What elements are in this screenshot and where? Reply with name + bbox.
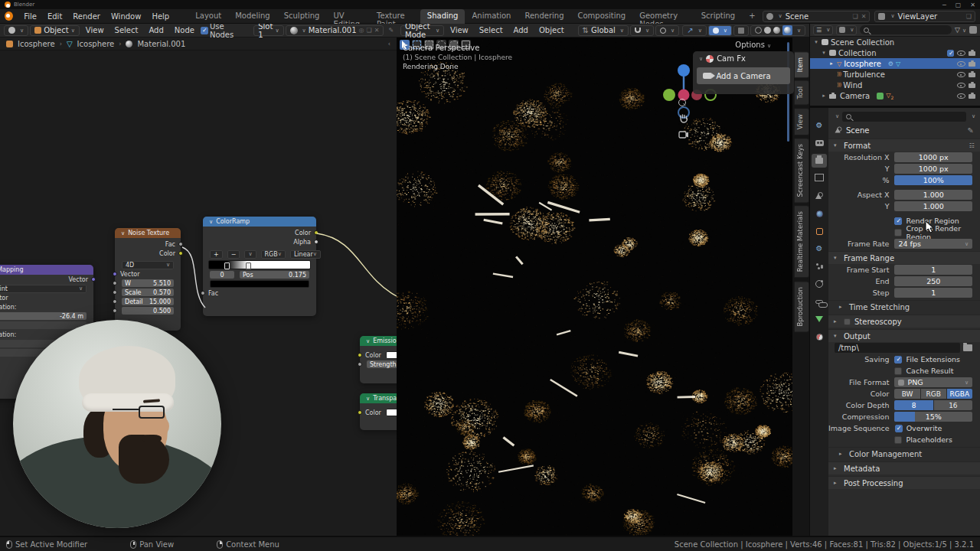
resolution-percent-field[interactable]: 100% (894, 175, 972, 185)
tab-sculpting[interactable]: Sculpting (277, 9, 327, 24)
ramp-handle-0[interactable] (224, 262, 230, 269)
noise-w-field[interactable]: W5.510 (122, 279, 174, 287)
ramp-colormode-dropdown[interactable]: RGB∨ (261, 250, 286, 259)
tab-scripting[interactable]: Scripting (694, 9, 742, 24)
node-transparent[interactable]: ∨Transparent Color (360, 393, 397, 430)
ramp-remove-stop-button[interactable]: − (227, 250, 240, 259)
tab-geometry-nodes[interactable]: Geometry Nodes (632, 9, 694, 24)
ramp-interpolation-dropdown[interactable]: Linear∨ (290, 250, 321, 259)
ramp-color-output-socket[interactable] (314, 230, 318, 235)
pan-hand-icon[interactable] (678, 113, 688, 123)
cache-result-checkbox[interactable] (894, 367, 902, 375)
presets-icon[interactable]: ☷ (969, 142, 975, 149)
resolution-x-field[interactable]: 1000 px (894, 152, 972, 162)
section-format[interactable]: ▾Format☷ (828, 139, 980, 152)
panel-collapse-icon[interactable]: ∨ (699, 56, 703, 62)
ramp-index-field[interactable]: 0 (210, 271, 234, 279)
tab-scene-icon[interactable] (812, 189, 827, 203)
menu-file[interactable]: File (18, 12, 42, 21)
ramp-pos-field[interactable]: Pos0.175 (240, 271, 309, 279)
tab-layout[interactable]: Layout (188, 9, 228, 24)
tab-render-icon[interactable] (812, 136, 827, 150)
frame-start-field[interactable]: 1 (894, 265, 972, 275)
tab-animation[interactable]: Animation (465, 9, 518, 24)
minimize-button[interactable]: ─ (942, 2, 946, 8)
output-path-field[interactable]: /tmp\ (835, 343, 960, 353)
outliner-search[interactable] (860, 25, 952, 34)
shader-type-dropdown[interactable]: Object∨ (30, 25, 80, 36)
vp-menu-select[interactable]: Select (475, 25, 508, 35)
outliner-row-collection[interactable]: ▾ Collection (810, 47, 980, 58)
section-stereoscopy[interactable]: ▸Stereoscopy (828, 315, 980, 328)
pin-icon[interactable]: ✎ (388, 27, 394, 34)
ramp-add-stop-button[interactable]: + (210, 250, 223, 259)
ramp-stop-color-swatch[interactable] (210, 280, 309, 288)
vector-output-socket[interactable] (91, 277, 96, 282)
vp-menu-object[interactable]: Object (534, 25, 569, 35)
outliner-row-turbulence[interactable]: ))) Turbulence (810, 69, 980, 80)
tab-view[interactable]: View (794, 108, 809, 135)
close-button[interactable]: ✕ (970, 2, 975, 8)
noise-roughness-field[interactable]: 0.500 (122, 307, 174, 315)
resolution-y-field[interactable]: 1000 px (894, 164, 972, 174)
outliner-row-scene-collection[interactable]: ▾ Scene Collection (810, 37, 980, 47)
outliner-row-wind[interactable]: ))) Wind (810, 80, 980, 90)
node-colorramp[interactable]: ∨ColorRamp Color Alpha + − ∨ RGB∨ Linear… (203, 217, 316, 316)
menu-edit[interactable]: Edit (42, 12, 67, 21)
stereoscopy-checkbox[interactable] (844, 318, 851, 325)
tab-texture-paint[interactable]: Texture Paint (370, 9, 420, 24)
slot-dropdown[interactable]: Slot 1∨ (253, 25, 283, 36)
outliner-filter-icon[interactable]: ▽∨ (955, 26, 966, 34)
overlays-dropdown[interactable]: ∨ (708, 25, 732, 36)
section-frame-range[interactable]: ▾Frame Range (828, 251, 980, 264)
tab-bproduction[interactable]: Bproduction (794, 281, 809, 332)
shading-rendered-active[interactable] (782, 25, 792, 35)
ramp-fac-input-socket[interactable] (201, 291, 205, 295)
tab-uv-editing[interactable]: UV Editing (326, 9, 370, 24)
material-selector[interactable]: ∨ Material.001 ◎ ❏ ✕ (286, 25, 384, 36)
section-metadata[interactable]: ▸Metadata (828, 461, 980, 474)
outliner-row-camera[interactable]: ▸ Camera ▽2 (810, 90, 980, 101)
color-rgb-option[interactable]: RGB (921, 389, 946, 399)
file-format-dropdown[interactable]: PNG∨ (894, 377, 972, 387)
shading-modes[interactable]: ∨ (750, 25, 805, 36)
tab-view-layer-icon[interactable] (812, 171, 827, 185)
camera-visibility-icon[interactable] (969, 92, 977, 99)
section-time-stretching[interactable]: ▸Time Stretching (828, 300, 980, 313)
shader-menu-add[interactable]: Add (144, 25, 168, 35)
ramp-alpha-output-socket[interactable] (314, 240, 318, 244)
use-nodes-checkbox[interactable] (201, 27, 208, 34)
pin-icon[interactable]: ✎ (968, 126, 974, 135)
eye-icon[interactable] (957, 92, 965, 99)
tab-rendering[interactable]: Rendering (518, 9, 570, 24)
ramp-tools-dropdown[interactable]: ∨ (244, 250, 256, 259)
mode-dropdown[interactable]: Object Mode∨ (400, 25, 444, 36)
aspect-y-field[interactable]: 1.000 (894, 201, 972, 211)
frame-step-field[interactable]: 1 (894, 288, 972, 298)
xray-toggle[interactable] (733, 25, 749, 36)
shading-solid-icon[interactable] (764, 27, 771, 34)
node-emission[interactable]: ∨Emission Color Strength1 (360, 336, 397, 383)
menu-window[interactable]: Window (106, 12, 146, 21)
outliner-filter-mode[interactable]: ∨ (836, 25, 857, 35)
file-extensions-checkbox[interactable] (894, 356, 902, 364)
rendered-view[interactable] (397, 37, 792, 536)
material-fake-user-icon[interactable]: ◎ (359, 27, 364, 34)
show-gizmo-dropdown[interactable]: ↗∨ (682, 25, 707, 36)
maximize-button[interactable]: ▢ (956, 2, 962, 8)
noise-scale-field[interactable]: Scale0.570 (122, 289, 174, 296)
render-region-checkbox[interactable] (894, 217, 902, 225)
ramp-handle-1[interactable] (246, 262, 251, 269)
tab-object-icon[interactable] (812, 224, 827, 238)
menu-render[interactable]: Render (67, 12, 106, 21)
node-noise-texture[interactable]: ∨Noise Texture Fac Color 4D∨ Vector W5.5… (115, 228, 181, 331)
eye-icon[interactable] (957, 81, 965, 89)
noise-dimensions-dropdown[interactable]: 4D∨ (122, 261, 174, 269)
zoom-icon[interactable] (678, 99, 686, 106)
breadcrumb-material[interactable]: Material.001 (137, 40, 185, 48)
tab-tool[interactable]: Tool (794, 80, 809, 106)
placeholders-checkbox[interactable] (894, 436, 902, 444)
tab-constraints-icon[interactable] (812, 295, 827, 308)
color-output-socket[interactable] (178, 251, 183, 256)
tab-modifiers-icon[interactable]: ⚙ (812, 242, 827, 256)
